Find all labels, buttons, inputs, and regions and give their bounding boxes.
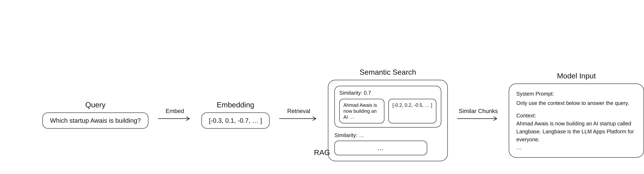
query-box: Which startup Awais is building? <box>42 112 148 129</box>
chunk-text: Ahmad Awais is now building an AI … <box>339 99 384 123</box>
arrow-right-icon <box>158 116 192 121</box>
context-text: Ahmad Awais is now building an AI startu… <box>516 119 636 143</box>
model-input-col: Model Input System Prompt: Only use the … <box>509 71 644 158</box>
arrow-embed-label: Embed <box>166 108 184 114</box>
context-ellipsis: … <box>516 143 636 151</box>
query-title: Query <box>85 100 106 109</box>
query-col: Query Which startup Awais is building? <box>42 100 148 129</box>
embedding-box: [-0.3, 0.1, -0.7, … ] <box>202 112 270 129</box>
search-panel: Similarity: 0.7 Ahmad Awais is now build… <box>328 80 448 161</box>
result-row: Ahmad Awais is now building an AI … [-0.… <box>339 99 436 123</box>
arrow-retrieval-label: Retrieval <box>287 108 310 114</box>
arrow-similar-label: Similar Chunks <box>459 108 498 114</box>
diagram-caption: RAG <box>314 148 330 157</box>
arrow-right-icon <box>279 116 318 121</box>
rag-diagram: Query Which startup Awais is building? E… <box>0 0 644 174</box>
search-rest: Similarity: … … <box>334 132 441 155</box>
search-top-result: Similarity: 0.7 Ahmad Awais is now build… <box>334 86 441 127</box>
arrow-similar: Similar Chunks <box>457 108 500 121</box>
embedding-title: Embedding <box>217 100 254 109</box>
system-prompt-text: Only use the context below to answer the… <box>516 99 636 107</box>
chunk-placeholder: … <box>334 141 427 155</box>
similarity-label: Similarity: 0.7 <box>339 90 436 96</box>
model-input-title: Model Input <box>557 71 596 80</box>
similarity-label: Similarity: … <box>334 132 441 138</box>
arrow-right-icon <box>457 116 500 121</box>
context-label: Context: <box>516 112 636 119</box>
search-title: Semantic Search <box>360 68 416 76</box>
model-input-panel: System Prompt: Only use the context belo… <box>509 84 644 158</box>
flow-row: Query Which startup Awais is building? E… <box>42 68 644 161</box>
chunk-vector: [-0.2, 0.2, -0.5, … ] <box>388 99 436 123</box>
arrow-retrieval: Retrieval <box>279 108 318 121</box>
system-prompt-label: System Prompt: <box>516 90 636 98</box>
embedding-col: Embedding [-0.3, 0.1, -0.7, … ] <box>202 100 270 129</box>
search-col: Semantic Search Similarity: 0.7 Ahmad Aw… <box>328 68 448 161</box>
arrow-embed: Embed <box>158 108 192 121</box>
